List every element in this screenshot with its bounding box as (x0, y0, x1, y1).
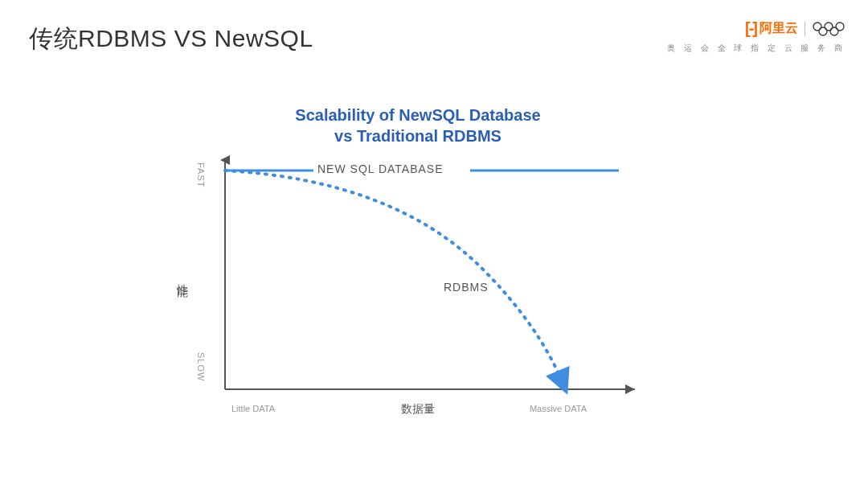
svg-point-3 (819, 27, 827, 35)
bracket-icon: [-] (745, 19, 756, 38)
svg-point-2 (836, 23, 844, 31)
logo-divider (805, 22, 805, 36)
data-lines (193, 156, 643, 397)
slide-title: 传统RDBMS VS NewSQL (29, 23, 313, 55)
svg-point-1 (825, 23, 833, 31)
x-axis-label: 数据量 (401, 402, 435, 417)
plot-area: 性能 FAST SLOW 数据量 Little DATA Massive DAT… (193, 156, 643, 397)
olympic-rings-icon (812, 21, 845, 37)
y-axis-label: 性能 (175, 275, 190, 278)
alibaba-cloud-logo: [-] 阿里云 (745, 19, 798, 38)
chart-title: Scalability of NewSQL Database vs Tradit… (193, 105, 643, 146)
branding-block: [-] 阿里云 奥 运 会 全 球 指 定 云 服 务 商 (667, 19, 845, 54)
scalability-chart: Scalability of NewSQL Database vs Tradit… (193, 105, 643, 410)
x-tick-massive: Massive DATA (530, 404, 587, 413)
tagline: 奥 运 会 全 球 指 定 云 服 务 商 (667, 43, 845, 54)
svg-point-0 (813, 23, 821, 31)
x-tick-little: Little DATA (231, 404, 275, 413)
svg-point-4 (830, 27, 838, 35)
logo-text: 阿里云 (760, 20, 798, 37)
chart-title-line1: Scalability of NewSQL Database (295, 106, 540, 124)
chart-title-line2: vs Traditional RDBMS (334, 127, 502, 145)
